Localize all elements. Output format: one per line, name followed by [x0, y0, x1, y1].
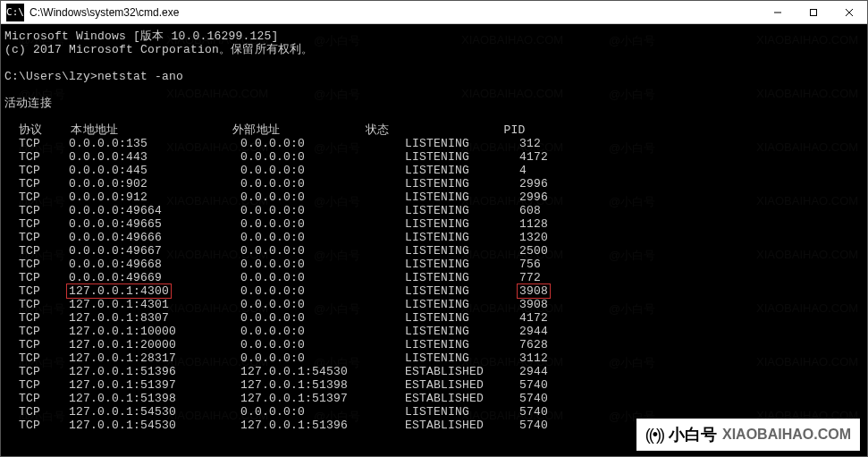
minimize-button[interactable] [760, 1, 796, 23]
maximize-button[interactable] [796, 1, 831, 23]
window-controls [760, 1, 867, 23]
wifi-icon: ((•)) [645, 426, 663, 444]
terminal-output[interactable]: Microsoft Windows [版本 10.0.16299.125] (c… [1, 24, 867, 437]
cmd-window: C:\ C:\Windows\system32\cmd.exe @小白号XIAO… [0, 0, 868, 457]
titlebar: C:\ C:\Windows\system32\cmd.exe [1, 1, 867, 24]
svg-rect-1 [811, 9, 817, 15]
footer-branding: ((•)) 小白号 XIAOBAIHAO.COM [636, 419, 860, 451]
footer-cn: 小白号 [669, 424, 717, 445]
window-title: C:\Windows\system32\cmd.exe [29, 6, 760, 19]
footer-domain: XIAOBAIHAO.COM [722, 427, 851, 443]
close-button[interactable] [831, 1, 867, 23]
cmd-icon: C:\ [6, 4, 24, 21]
